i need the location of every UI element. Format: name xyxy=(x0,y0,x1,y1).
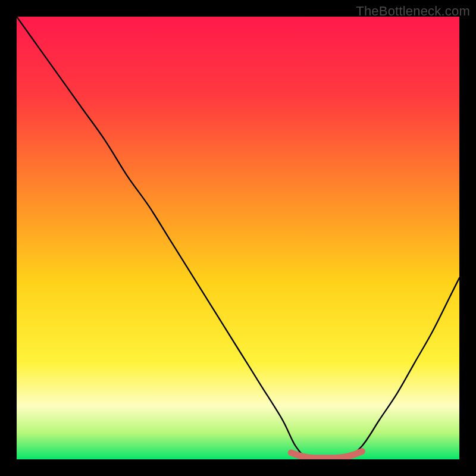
watermark-text: TheBottleneck.com xyxy=(356,4,470,19)
chart-container: TheBottleneck.com xyxy=(0,0,476,476)
plot-area xyxy=(17,17,459,459)
gradient-background xyxy=(17,17,459,459)
chart-svg xyxy=(17,17,459,459)
